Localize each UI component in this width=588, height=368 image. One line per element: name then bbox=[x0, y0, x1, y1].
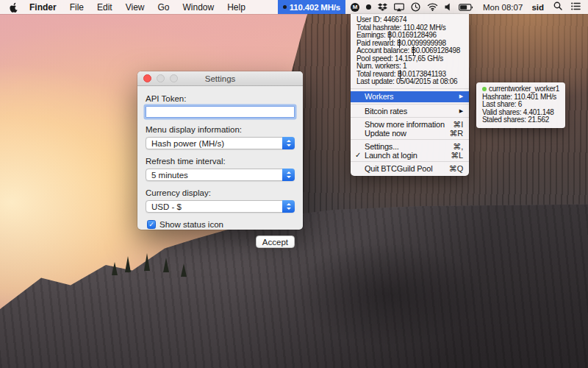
popup-selected-value: USD - $ bbox=[151, 202, 182, 211]
menu-item-show-more-information[interactable]: Show more information ⌘I bbox=[351, 120, 469, 129]
checkmark-icon: ✓ bbox=[355, 151, 361, 160]
volume-icon[interactable] bbox=[445, 3, 452, 11]
tree-silhouette bbox=[163, 258, 169, 272]
currency-display-popup[interactable]: USD - $ bbox=[146, 200, 295, 213]
pool-stats-section: User ID: 446674 Total hashrate: 110.402 … bbox=[351, 14, 469, 87]
menubar-item-edit[interactable]: Edit bbox=[90, 0, 119, 14]
menubar-clock[interactable]: Mon 08:07 bbox=[478, 3, 527, 12]
api-token-input[interactable] bbox=[146, 106, 295, 118]
tree-silhouette bbox=[144, 253, 150, 271]
tree-silhouette bbox=[112, 262, 118, 275]
shortcut-key: ⌘L bbox=[451, 151, 463, 160]
show-status-icon-label: Show status icon bbox=[159, 220, 223, 229]
submenu-arrow-icon: ▶ bbox=[459, 107, 463, 116]
popup-selected-value: Hash power (MH/s) bbox=[151, 139, 224, 148]
menu-display-popup[interactable]: Hash power (MH/s) bbox=[146, 137, 295, 149]
popup-stepper-icon bbox=[282, 169, 295, 181]
shortcut-key: ⌘I bbox=[453, 120, 463, 129]
menu-item-workers[interactable]: Workers ▶ bbox=[351, 91, 469, 102]
btcguild-status-item[interactable]: 110.402 MH/s bbox=[278, 0, 345, 14]
tree-silhouette bbox=[181, 263, 187, 277]
refresh-interval-popup[interactable]: 5 minutes bbox=[146, 169, 295, 181]
show-status-icon-checkbox[interactable]: ✓ bbox=[147, 220, 156, 229]
menubar-app-name[interactable]: Finder bbox=[23, 0, 63, 14]
stat-last-update: Last update: 05/04/2015 at 08:06 bbox=[351, 78, 469, 86]
menubar-user[interactable]: sid bbox=[527, 3, 548, 12]
zoom-button[interactable] bbox=[170, 74, 178, 82]
btcguild-status-icon bbox=[283, 5, 287, 9]
btcguild-dropdown-menu: User ID: 446674 Total hashrate: 110.402 … bbox=[351, 14, 469, 176]
popup-stepper-icon bbox=[282, 200, 295, 213]
menu-display-label: Menu display information: bbox=[146, 125, 295, 134]
close-button[interactable] bbox=[143, 74, 151, 82]
worker-online-dot-icon bbox=[482, 87, 487, 91]
settings-titlebar[interactable]: Settings bbox=[137, 71, 303, 86]
menu-item-bitcoin-rates[interactable]: Bitcoin rates ▶ bbox=[351, 107, 469, 116]
menu-separator bbox=[351, 88, 469, 89]
airplay-display-icon[interactable] bbox=[394, 3, 404, 12]
menu-item-quit[interactable]: Quit BTCGuild Pool ⌘Q bbox=[351, 164, 469, 173]
shortcut-key: ⌘R bbox=[449, 129, 463, 138]
menubar-item-help[interactable]: Help bbox=[220, 0, 252, 14]
api-token-label: API Token: bbox=[146, 94, 295, 103]
accept-button[interactable]: Accept bbox=[256, 236, 295, 248]
hashrate-status-text: 110.402 MH/s bbox=[290, 3, 340, 12]
menu-separator bbox=[351, 117, 469, 118]
menu-bar: Finder File Edit View Go Window Help 110… bbox=[0, 0, 588, 14]
menu-separator bbox=[351, 161, 469, 162]
time-machine-icon[interactable] bbox=[411, 2, 420, 12]
m-circle-menu-icon[interactable]: M bbox=[351, 3, 359, 12]
submenu-arrow-icon: ▶ bbox=[459, 92, 463, 101]
battery-icon[interactable] bbox=[459, 4, 473, 11]
dropbox-icon[interactable] bbox=[378, 3, 387, 12]
settings-window: Settings API Token: Menu display informa… bbox=[137, 71, 303, 230]
menu-separator bbox=[351, 104, 469, 105]
spotlight-search-icon[interactable] bbox=[548, 1, 567, 13]
menubar-item-go[interactable]: Go bbox=[151, 0, 176, 14]
popup-stepper-icon bbox=[282, 137, 295, 149]
menubar-item-window[interactable]: Window bbox=[176, 0, 221, 14]
wifi-icon[interactable] bbox=[427, 3, 438, 11]
currency-display-label: Currency display: bbox=[146, 188, 295, 197]
worker-staled-shares: Staled shares: 21.562 bbox=[482, 116, 559, 124]
menu-separator bbox=[351, 139, 469, 140]
menu-item-launch-at-login[interactable]: ✓ Launch at login ⌘L bbox=[351, 151, 469, 160]
tree-silhouette bbox=[125, 256, 131, 272]
menubar-item-view[interactable]: View bbox=[119, 0, 151, 14]
menubar-item-file[interactable]: File bbox=[63, 0, 90, 14]
menu-item-update-now[interactable]: Update now ⌘R bbox=[351, 129, 469, 138]
notification-center-icon[interactable] bbox=[567, 2, 588, 13]
apple-icon bbox=[10, 2, 18, 13]
refresh-interval-label: Refresh time interval: bbox=[146, 157, 295, 166]
menu-item-settings[interactable]: Settings... ⌘, bbox=[351, 142, 469, 151]
shortcut-key: ⌘, bbox=[453, 142, 463, 151]
dot-menu-icon[interactable] bbox=[366, 4, 371, 10]
minimize-button[interactable] bbox=[157, 74, 165, 82]
popup-selected-value: 5 minutes bbox=[151, 171, 188, 180]
shortcut-key: ⌘Q bbox=[449, 164, 463, 173]
workers-submenu: currentworker_worker1 Hashrate: 110.401 … bbox=[476, 82, 565, 128]
apple-menu[interactable] bbox=[0, 0, 23, 14]
